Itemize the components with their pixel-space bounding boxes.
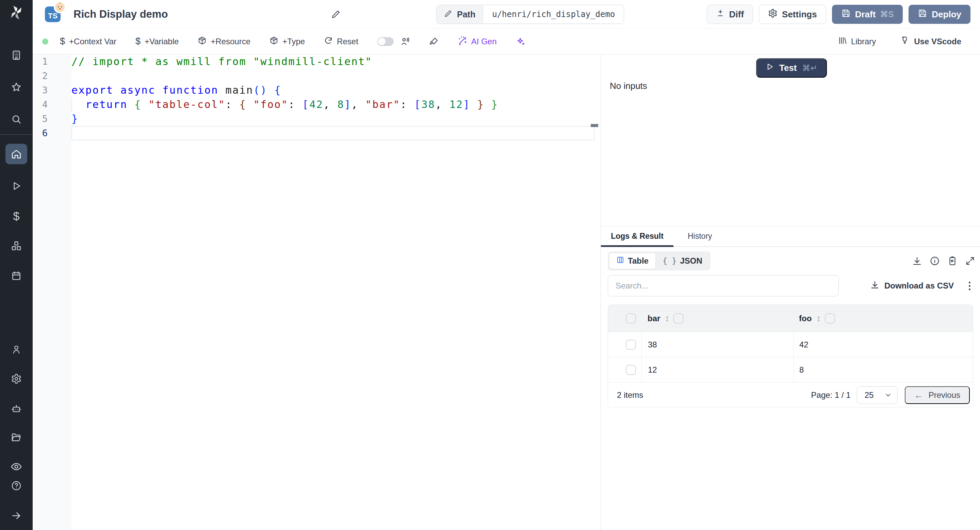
code-line[interactable]: // import * as wmill from "windmill-clie… xyxy=(72,54,601,69)
test-shortcut: ⌘↵ xyxy=(802,63,817,73)
row-select-cell xyxy=(608,357,641,382)
table-toolbar: Download as CSV xyxy=(608,275,972,296)
sidebar-item-audit-logs[interactable] xyxy=(5,458,27,475)
building-icon xyxy=(11,50,22,61)
library-button[interactable]: Library xyxy=(838,36,876,47)
tab-logs-result[interactable]: Logs & Result xyxy=(601,226,673,246)
typescript-badge: TS xyxy=(45,6,60,22)
ai-gen-button[interactable]: AI Gen xyxy=(458,36,497,47)
header-cell-foo: foo ↕ xyxy=(794,305,973,332)
sort-icon[interactable]: ↕ xyxy=(816,313,821,324)
download-icon xyxy=(870,280,880,292)
sidebar-item-schedules[interactable] xyxy=(5,268,27,284)
code-line[interactable]: return { "table-col": { "foo": [42, 8], … xyxy=(72,97,601,112)
sparkles-icon[interactable] xyxy=(516,37,525,46)
diff-button[interactable]: Diff xyxy=(707,5,753,24)
code-editor[interactable]: 123456 // import * as wmill from "windmi… xyxy=(33,54,601,530)
column-label-bar: bar xyxy=(648,314,660,323)
row-checkbox[interactable] xyxy=(626,340,636,350)
row-checkbox[interactable] xyxy=(626,365,636,375)
clipboard-copy-icon[interactable] xyxy=(947,256,958,266)
page-title: Rich Display demo xyxy=(73,8,168,21)
code-line[interactable] xyxy=(72,69,601,83)
sidebar-item-expand[interactable] xyxy=(5,508,27,524)
download-csv-button[interactable]: Download as CSV xyxy=(870,280,954,292)
deploy-button[interactable]: Deploy xyxy=(908,5,970,24)
robot-icon xyxy=(11,402,22,413)
add-type-button[interactable]: +Type xyxy=(269,36,305,47)
sidebar-item-users[interactable] xyxy=(5,341,27,358)
editor-toolbar: $ +Context Var $ +Variable +Resource xyxy=(33,29,980,54)
result-actions xyxy=(912,256,975,266)
user-icon xyxy=(11,344,22,355)
sidebar-item-favorites[interactable] xyxy=(5,79,27,95)
view-table-label: Table xyxy=(628,256,649,266)
expand-icon[interactable] xyxy=(965,256,975,266)
select-all-checkbox[interactable] xyxy=(626,313,636,324)
draft-button[interactable]: Draft ⌘S xyxy=(832,5,903,24)
windmill-script-editor: $ xyxy=(0,0,980,530)
reset-button[interactable]: Reset xyxy=(324,36,358,47)
code-line[interactable]: } xyxy=(72,112,601,126)
vscode-icon xyxy=(900,36,910,47)
result-table: bar ↕ foo ↕ 3842128 2 items P xyxy=(608,305,973,407)
table-row: 128 xyxy=(608,357,973,382)
settings-button[interactable]: Settings xyxy=(759,5,826,24)
draft-shortcut: ⌘S xyxy=(880,10,894,19)
dollar-icon: $ xyxy=(13,209,20,223)
typescript-badge-label: TS xyxy=(48,12,57,20)
column-checkbox-bar[interactable] xyxy=(673,313,684,324)
path-button[interactable]: Path u/henri/rich_display_demo xyxy=(436,5,624,24)
sidebar-item-variables[interactable]: $ xyxy=(5,208,27,224)
wand-icon xyxy=(458,36,467,47)
sidebar-item-home[interactable] xyxy=(5,144,27,164)
add-variable-button[interactable]: $ +Variable xyxy=(135,36,179,47)
multiplayer-toggle[interactable] xyxy=(377,37,394,46)
windmill-logo-icon[interactable] xyxy=(0,5,33,21)
code-line[interactable]: export async function main() { xyxy=(72,83,601,97)
test-button[interactable]: Test ⌘↵ xyxy=(756,58,827,78)
view-json-option[interactable]: { } JSON xyxy=(656,253,709,269)
sidebar-item-settings[interactable] xyxy=(5,370,27,387)
editor-gutter: 123456 xyxy=(33,54,72,530)
sidebar-item-runs[interactable] xyxy=(5,178,27,194)
line-number: 2 xyxy=(33,69,72,83)
page-size-select[interactable]: 25 xyxy=(857,386,898,404)
header-select-cell xyxy=(608,305,641,332)
column-checkbox-foo[interactable] xyxy=(825,313,835,324)
add-resource-label: +Resource xyxy=(211,37,250,46)
add-context-var-button[interactable]: $ +Context Var xyxy=(60,36,116,47)
folder-icon xyxy=(11,432,22,443)
use-vscode-button[interactable]: Use VScode xyxy=(900,36,961,47)
sidebar-item-help[interactable] xyxy=(5,477,27,494)
table-cell: 38 xyxy=(641,332,794,357)
sidebar-group-admin xyxy=(0,341,33,475)
search-input[interactable] xyxy=(608,275,839,296)
view-json-label: JSON xyxy=(680,256,702,266)
sidebar-item-search[interactable] xyxy=(5,111,27,128)
format-paintbrush-button[interactable] xyxy=(429,37,439,46)
sidebar-item-workspace[interactable] xyxy=(5,47,27,63)
view-table-option[interactable]: Table xyxy=(609,253,656,269)
info-icon[interactable] xyxy=(930,256,940,266)
add-type-label: +Type xyxy=(282,37,305,46)
status-dot xyxy=(42,38,48,45)
add-context-var-label: +Context Var xyxy=(69,37,116,46)
line-number: 5 xyxy=(33,112,72,126)
sort-icon[interactable]: ↕ xyxy=(665,313,669,324)
path-value: u/henri/rich_display_demo xyxy=(483,5,624,24)
page-size-value: 25 xyxy=(865,390,874,400)
kebab-menu-icon[interactable] xyxy=(967,279,972,292)
add-resource-button[interactable]: +Resource xyxy=(198,36,250,47)
sidebar-item-resources[interactable] xyxy=(5,238,27,254)
editor-code[interactable]: // import * as wmill from "windmill-clie… xyxy=(72,54,601,530)
toolbar-left: $ +Context Var $ +Variable +Resource xyxy=(60,36,525,47)
sidebar-item-folders[interactable] xyxy=(5,429,27,445)
search-icon xyxy=(11,114,22,125)
tab-history[interactable]: History xyxy=(673,226,727,246)
previous-page-button[interactable]: ← Previous xyxy=(905,386,970,404)
edit-summary-pencil-icon[interactable] xyxy=(331,10,340,19)
sidebar-item-workers[interactable] xyxy=(5,400,27,416)
code-line[interactable] xyxy=(72,126,595,140)
download-icon[interactable] xyxy=(912,256,922,266)
